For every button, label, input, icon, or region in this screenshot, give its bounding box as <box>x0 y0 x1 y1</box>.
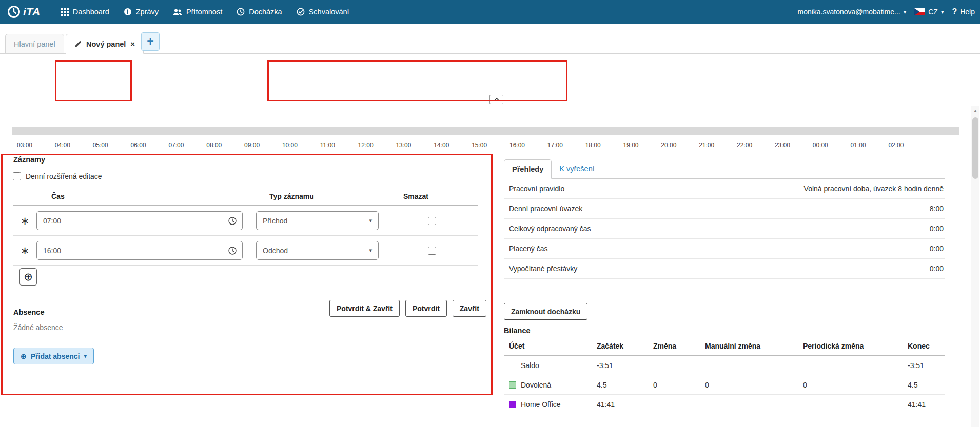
timeline-tick-label: 23:00 <box>775 141 813 149</box>
add-panel-button[interactable]: + <box>141 32 160 51</box>
timeline-tick-label: 00:00 <box>813 141 851 149</box>
clock-icon[interactable] <box>228 246 237 255</box>
clock-logo-icon <box>7 5 21 18</box>
nav-item-presence[interactable]: Přítomnost <box>166 0 229 24</box>
overview-value: 0:00 <box>930 265 944 273</box>
overview-value: Volná pracovní doba, úvazek 8 hodin denn… <box>804 185 944 193</box>
main-content: 03:0004:0005:0006:0007:0008:0009:0010:00… <box>0 104 971 427</box>
overview-value: 8:00 <box>930 205 944 213</box>
caret-down-icon: ▾ <box>369 248 372 253</box>
time-input[interactable]: 16:00 <box>36 241 243 260</box>
timeline-tick-label: 12:00 <box>358 141 396 149</box>
caret-down-icon: ▾ <box>904 9 907 15</box>
records-table-header: Čas Typ záznamu Smazat <box>13 192 478 206</box>
record-row: ∗ 07:00 Příchod ▾ <box>13 206 478 236</box>
legend-square[interactable] <box>509 381 516 389</box>
record-type-value: Příchod <box>263 217 287 225</box>
grid-icon <box>61 8 69 16</box>
bal-start: 41:41 <box>597 400 653 409</box>
help-button[interactable]: ? Help <box>952 7 975 16</box>
record-type-select[interactable]: Odchod ▾ <box>256 241 379 260</box>
info-icon <box>124 8 132 16</box>
overview-row: Celkový odpracovaný čas 0:00 <box>504 219 945 239</box>
people-icon <box>173 8 182 16</box>
time-value: 07:00 <box>43 217 61 225</box>
confirm-close-button[interactable]: Potvrdit & Zavřít <box>329 300 400 317</box>
legend-square[interactable] <box>509 401 516 408</box>
bal-col-change: Změna <box>653 342 705 350</box>
asterisk-icon: ∗ <box>13 245 36 257</box>
confirm-button[interactable]: Potvrdit <box>405 300 447 317</box>
add-absence-button[interactable]: ⊕ Přidat absenci ▾ <box>13 348 94 364</box>
scrollbar-thumb[interactable] <box>972 117 978 179</box>
time-value: 16:00 <box>43 247 61 255</box>
extended-edit-row: Denní rozšířená editace <box>13 172 102 180</box>
navbar-right: monika.svatonova@mobatime... ▾ CZ ▾ ? He… <box>797 7 977 16</box>
nav-item-messages[interactable]: Zprávy <box>116 0 166 24</box>
nav-item-label: Zprávy <box>136 8 159 16</box>
timeline-tick-label: 05:00 <box>93 141 131 149</box>
nav-item-attendance[interactable]: Docházka <box>229 0 289 24</box>
absence-title: Absence <box>13 308 44 316</box>
pencil-icon <box>74 40 82 48</box>
account-name: Saldo <box>521 361 539 370</box>
scroll-up-arrow[interactable]: ▲ <box>971 106 979 115</box>
timeline-tick-label: 18:00 <box>585 141 623 149</box>
delete-checkbox[interactable] <box>428 247 436 255</box>
tab-main-panel[interactable]: Hlavní panel <box>5 34 64 54</box>
plus-circle-icon: ⊕ <box>21 352 27 360</box>
clock-icon <box>237 8 245 16</box>
user-menu[interactable]: monika.svatonova@mobatime... ▾ <box>797 8 906 16</box>
caret-down-icon: ▾ <box>84 353 87 359</box>
lock-attendance-button[interactable]: Zamknout docházku <box>504 303 587 320</box>
close-tab-icon[interactable]: × <box>130 39 135 48</box>
no-absence-text: Žádné absence <box>13 323 63 332</box>
bal-start: 4.5 <box>597 381 653 389</box>
tab-to-resolve[interactable]: K vyřešení <box>552 159 602 178</box>
col-delete: Smazat <box>403 192 428 200</box>
timeline-tick-label: 16:00 <box>509 141 547 149</box>
nav-item-label: Dashboard <box>73 8 109 16</box>
collapse-toolbar-button[interactable] <box>489 95 503 104</box>
timeline-tick-label: 04:00 <box>55 141 93 149</box>
app-logo[interactable]: iTA <box>7 5 41 18</box>
record-type-value: Odchod <box>263 247 288 255</box>
timeline-tick-label: 22:00 <box>737 141 775 149</box>
timeline-tick-label: 07:00 <box>168 141 206 149</box>
overview-tabs: Přehledy K vyřešení <box>504 159 945 179</box>
tab-new-panel[interactable]: Nový panel × <box>66 34 144 54</box>
overview-value: 0:00 <box>930 225 944 233</box>
records-rows: ∗ 07:00 Příchod ▾ ∗ 16:00 Odchod ▾ <box>13 206 478 266</box>
time-input[interactable]: 07:00 <box>36 211 243 230</box>
legend-square[interactable] <box>509 362 516 369</box>
record-row: ∗ 16:00 Odchod ▾ <box>13 236 478 266</box>
vertical-scrollbar[interactable]: ▲ <box>971 106 979 427</box>
nav-item-dashboard[interactable]: Dashboard <box>54 0 116 24</box>
clock-icon[interactable] <box>228 216 237 226</box>
nav-item-approvals[interactable]: Schvalování <box>289 0 357 24</box>
bal-start: -3:51 <box>597 361 653 370</box>
timeline-tick-label: 09:00 <box>244 141 282 149</box>
extended-edit-checkbox[interactable] <box>13 172 21 180</box>
check-circle-icon <box>297 8 305 16</box>
record-type-select[interactable]: Příchod ▾ <box>256 211 379 230</box>
overview-value: 0:00 <box>930 245 944 253</box>
tab-label: Nový panel <box>86 40 126 48</box>
bal-col-end: Konec <box>908 342 945 350</box>
account-name: Home Office <box>521 400 561 409</box>
timeline-tick-label: 10:00 <box>282 141 320 149</box>
bal-col-periodic: Periodická změna <box>803 342 908 350</box>
timeline-tick-label: 03:00 <box>17 141 55 149</box>
language-menu[interactable]: CZ ▾ <box>914 8 944 16</box>
add-record-button[interactable]: ⊕ <box>19 268 37 286</box>
delete-checkbox[interactable] <box>428 217 436 225</box>
tab-overview[interactable]: Přehledy <box>504 159 552 179</box>
close-button[interactable]: Zavřít <box>453 300 486 317</box>
overview-label: Celkový odpracovaný čas <box>509 225 591 233</box>
nav-item-label: Schvalování <box>309 8 349 16</box>
overview-row: Placený čas 0:00 <box>504 239 945 259</box>
overview-label: Denní pracovní úvazek <box>509 205 582 213</box>
balance-table-header: Účet Začátek Změna Manuální změna Period… <box>504 342 945 356</box>
timeline-tick-label: 08:00 <box>206 141 244 149</box>
account-name: Dovolená <box>521 381 551 389</box>
